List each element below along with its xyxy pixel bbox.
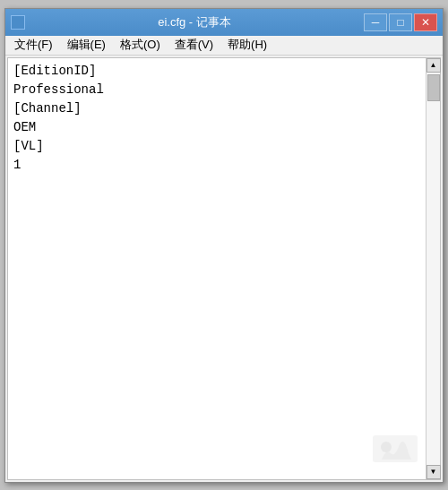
window-title: ei.cfg - 记事本 — [25, 14, 364, 30]
main-window: ei.cfg - 记事本 ─ □ ✕ 文件(F) 编辑(E) 格式(O) 查看(… — [4, 8, 444, 483]
scroll-track[interactable] — [426, 73, 440, 465]
editor-area: ▲ ▼ — [7, 57, 441, 480]
window-icon — [11, 15, 25, 30]
title-bar: ei.cfg - 记事本 ─ □ ✕ — [5, 9, 443, 36]
menu-help[interactable]: 帮助(H) — [220, 35, 274, 55]
menu-format[interactable]: 格式(O) — [113, 35, 168, 55]
scroll-up-button[interactable]: ▲ — [426, 58, 441, 73]
text-editor[interactable] — [8, 58, 426, 479]
vertical-scrollbar[interactable]: ▲ ▼ — [426, 58, 440, 479]
minimize-button[interactable]: ─ — [364, 13, 387, 31]
menu-bar: 文件(F) 编辑(E) 格式(O) 查看(V) 帮助(H) — [5, 36, 443, 56]
scroll-thumb[interactable] — [427, 74, 440, 101]
menu-file[interactable]: 文件(F) — [7, 35, 60, 55]
close-button[interactable]: ✕ — [414, 13, 437, 31]
scroll-down-button[interactable]: ▼ — [426, 465, 441, 479]
menu-view[interactable]: 查看(V) — [168, 35, 220, 55]
maximize-button[interactable]: □ — [389, 13, 412, 31]
window-controls: ─ □ ✕ — [364, 13, 437, 31]
menu-edit[interactable]: 编辑(E) — [60, 35, 113, 55]
